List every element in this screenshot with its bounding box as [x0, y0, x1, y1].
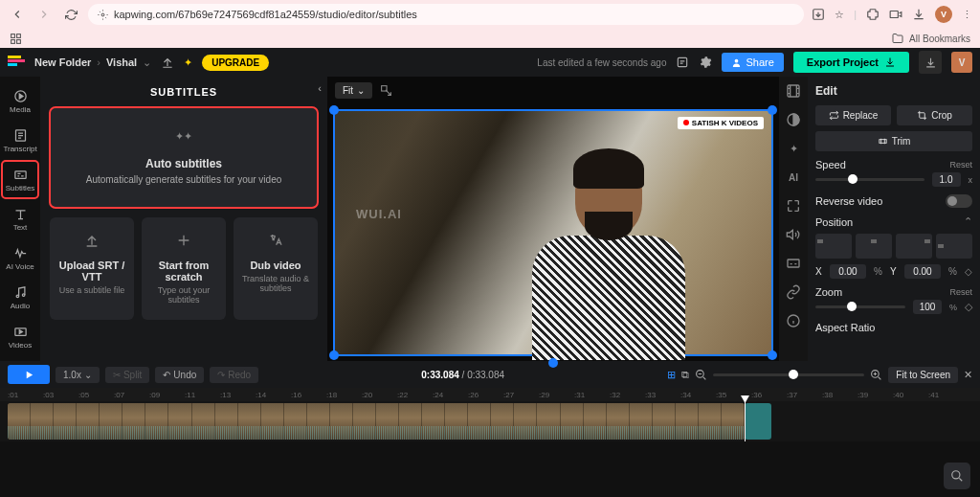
all-bookmarks-link[interactable]: All Bookmarks: [892, 33, 970, 44]
collapse-panel-button[interactable]: ‹: [318, 82, 322, 94]
timeline-zoom-slider[interactable]: [713, 373, 864, 376]
speed-reset[interactable]: Reset: [949, 160, 972, 169]
svg-point-23: [952, 471, 960, 479]
zoom-value[interactable]: 100: [913, 300, 942, 314]
fit-dropdown[interactable]: Fit ⌄: [335, 82, 372, 99]
rotate-icon[interactable]: ◇: [965, 266, 972, 277]
rotate-handle[interactable]: [548, 358, 558, 368]
history-icon[interactable]: [676, 56, 689, 69]
x-value[interactable]: 0.00: [830, 264, 866, 279]
rail-text[interactable]: Text: [2, 200, 38, 237]
chevron-down-icon[interactable]: ⌄: [143, 56, 151, 69]
resize-handle-br[interactable]: [768, 350, 777, 360]
svg-rect-4: [17, 34, 21, 37]
redo-button[interactable]: ↷ Redo: [210, 367, 258, 383]
lock-icon[interactable]: ◇: [965, 301, 972, 313]
position-grid: [815, 234, 972, 259]
timeline-ruler[interactable]: :01:03:05:07:09:11:13:14:16:18:20:22:24:…: [0, 388, 980, 401]
speed-value[interactable]: 1.0: [932, 172, 961, 187]
snap-icon[interactable]: ⊞: [667, 369, 676, 381]
start-scratch-card[interactable]: Start from scratch Type out your subtitl…: [142, 217, 226, 320]
export-button[interactable]: Export Project: [793, 52, 909, 73]
speed-slider[interactable]: [815, 178, 924, 181]
canvas-viewport[interactable]: SATISH K VIDEOS WUI.AI: [327, 103, 779, 361]
pos-tc[interactable]: [856, 234, 892, 259]
resize-handle-tr[interactable]: [768, 105, 777, 115]
apps-icon[interactable]: [10, 33, 22, 45]
film-icon[interactable]: [785, 82, 802, 100]
back-button[interactable]: [8, 5, 27, 24]
video-frame[interactable]: SATISH K VIDEOS WUI.AI: [333, 109, 773, 356]
auto-subtitles-card[interactable]: ✦✦ Auto subtitles Automatically generate…: [50, 107, 318, 208]
rail-videos[interactable]: Videos: [2, 318, 38, 355]
settings-icon[interactable]: [699, 56, 712, 69]
ai-icon[interactable]: AI: [785, 169, 802, 186]
rail-media[interactable]: Media: [2, 82, 38, 120]
reverse-toggle[interactable]: [946, 194, 972, 208]
rail-aivoice[interactable]: AI Voice: [2, 239, 38, 277]
site-settings-icon: [98, 10, 108, 20]
replace-button[interactable]: Replace: [815, 105, 891, 125]
playhead[interactable]: [745, 401, 746, 441]
install-icon[interactable]: [812, 8, 825, 21]
zoom-in-icon[interactable]: [870, 369, 882, 381]
upgrade-button[interactable]: UPGRADE: [202, 55, 269, 71]
download-button[interactable]: [919, 51, 942, 74]
bookmark-icon[interactable]: ☆: [835, 9, 844, 21]
captions-icon[interactable]: [785, 255, 802, 272]
resize-handle-bl[interactable]: [329, 350, 339, 360]
rail-transcript[interactable]: Transcript: [2, 122, 38, 159]
trim-button[interactable]: Trim: [815, 131, 972, 151]
expand-icon[interactable]: [785, 197, 802, 215]
breadcrumb-project[interactable]: Vishal: [106, 56, 137, 68]
link-icon[interactable]: [785, 283, 802, 301]
profile-icon[interactable]: V: [935, 6, 952, 23]
zoom-out-icon[interactable]: [695, 369, 707, 381]
volume-icon[interactable]: [785, 226, 802, 243]
reload-button[interactable]: [61, 5, 80, 24]
media-control-icon[interactable]: [889, 8, 902, 21]
sparkle-icon[interactable]: ✦: [184, 56, 192, 69]
zoom-slider[interactable]: [815, 305, 905, 308]
pos-ml[interactable]: [936, 234, 972, 259]
split-button[interactable]: ✂ Split: [105, 367, 149, 383]
video-clip-2[interactable]: [745, 403, 771, 440]
magnet-icon[interactable]: ⧉: [681, 369, 689, 381]
menu-icon[interactable]: ⋮: [962, 9, 972, 21]
timeline-track[interactable]: [0, 401, 980, 441]
fit-to-screen-button[interactable]: Fit to Screen: [888, 367, 958, 383]
resize-handle-tl[interactable]: [329, 105, 339, 115]
share-button[interactable]: Share: [722, 53, 783, 72]
forward-button[interactable]: [34, 5, 54, 24]
playback-speed[interactable]: 1.0x ⌄: [56, 367, 100, 383]
y-value[interactable]: 0.00: [904, 264, 941, 279]
svg-rect-18: [788, 260, 799, 267]
pos-tr[interactable]: [896, 234, 932, 259]
crop-button[interactable]: Crop: [897, 105, 972, 125]
breadcrumb-folder[interactable]: New Folder: [34, 56, 91, 68]
adjust-icon[interactable]: [785, 111, 802, 128]
upload-srt-card[interactable]: Upload SRT / VTT Use a subtitle file: [50, 217, 134, 320]
user-avatar[interactable]: V: [951, 52, 972, 73]
chevron-up-icon[interactable]: ⌃: [964, 215, 972, 228]
undo-button[interactable]: ↶ Undo: [155, 367, 204, 383]
video-subject: [523, 145, 695, 355]
detach-icon[interactable]: [380, 84, 392, 97]
info-icon[interactable]: [785, 312, 802, 329]
rail-subtitles[interactable]: Subtitles: [2, 161, 38, 198]
close-timeline-icon[interactable]: ✕: [964, 369, 972, 381]
magic-icon[interactable]: ✦: [785, 140, 802, 157]
downloads-icon[interactable]: [912, 8, 925, 21]
play-button[interactable]: [8, 365, 50, 384]
search-button[interactable]: [944, 463, 970, 489]
url-bar[interactable]: kapwing.com/67b69e7247569cdf81a24559/stu…: [88, 4, 804, 25]
zoom-reset[interactable]: Reset: [949, 287, 972, 297]
kapwing-logo[interactable]: [8, 56, 25, 69]
rail-audio[interactable]: Audio: [2, 279, 38, 316]
extensions-icon[interactable]: [866, 8, 880, 21]
video-clip[interactable]: [8, 403, 745, 440]
upload-icon[interactable]: [161, 56, 174, 69]
dub-video-card[interactable]: Dub video Translate audio & subtitles: [234, 217, 318, 320]
translate-icon: [239, 233, 312, 252]
pos-tl[interactable]: [815, 234, 852, 259]
